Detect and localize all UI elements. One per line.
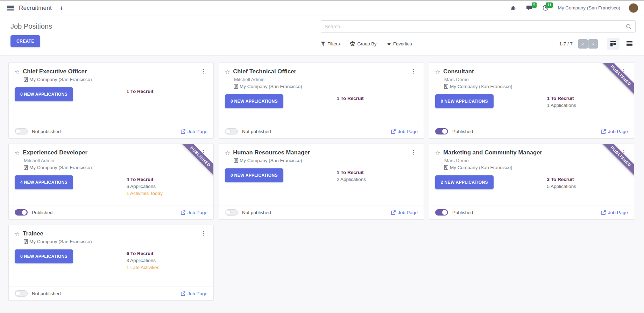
- messages-button[interactable]: 5: [525, 5, 533, 12]
- applications-stat[interactable]: 1 Applications: [547, 102, 576, 109]
- debug-bug-icon[interactable]: [509, 5, 517, 12]
- kanban-view-button[interactable]: [607, 38, 620, 50]
- job-title[interactable]: Trainee: [23, 230, 43, 237]
- to-recruit-stat[interactable]: 3 To Recruit: [547, 176, 576, 183]
- to-recruit-stat[interactable]: 1 To Recruit: [337, 169, 366, 176]
- manager-name: Mitchell Admin: [24, 158, 207, 163]
- search-input[interactable]: [325, 24, 626, 29]
- job-title[interactable]: Chief Technical Officer: [233, 68, 296, 75]
- company-switcher[interactable]: My Company (San Francisco): [558, 5, 620, 10]
- to-recruit-stat[interactable]: 6 To Recruit: [127, 250, 160, 257]
- job-position-card[interactable]: PUBLISHED Consultant Marc Demo My Compan…: [429, 63, 634, 139]
- favorite-star-icon[interactable]: [15, 68, 20, 75]
- new-applications-button[interactable]: 0 NEW APPLICATIONS: [15, 87, 73, 101]
- to-recruit-stat[interactable]: 1 To Recruit: [547, 95, 576, 102]
- filter-funnel-icon: [321, 42, 325, 46]
- manager-name: Marc Demo: [444, 77, 628, 82]
- search-icon[interactable]: [626, 24, 632, 30]
- job-title[interactable]: Chief Executive Officer: [23, 68, 87, 75]
- job-title[interactable]: Consultant: [443, 68, 474, 75]
- control-panel: Job Positions CREATE Filters: [0, 15, 644, 56]
- publish-toggle[interactable]: [15, 128, 28, 134]
- publish-toggle[interactable]: [15, 290, 28, 297]
- activities-stat[interactable]: 1 Activities Today: [127, 190, 163, 197]
- publish-toggle[interactable]: [225, 128, 238, 134]
- applications-stat[interactable]: 3 Applications: [127, 257, 160, 264]
- favorite-star-icon[interactable]: [225, 68, 230, 75]
- apps-menu-icon[interactable]: [7, 6, 14, 10]
- kebab-menu-icon[interactable]: [410, 68, 418, 74]
- group-by-layers-icon: [350, 41, 355, 46]
- publish-status-label: Published: [452, 129, 473, 134]
- job-position-card[interactable]: PUBLISHED Marketing and Community Manage…: [429, 144, 634, 220]
- favorite-star-icon[interactable]: [15, 231, 20, 237]
- kebab-menu-icon[interactable]: [410, 149, 418, 155]
- kebab-menu-icon[interactable]: [620, 149, 628, 155]
- publish-toggle[interactable]: [435, 209, 448, 216]
- publish-status-label: Published: [452, 210, 473, 215]
- favorite-star-icon[interactable]: [15, 150, 20, 156]
- job-page-link[interactable]: Job Page: [181, 291, 207, 296]
- card-stats: 4 To Recruit 6 Applications 1 Activities…: [127, 176, 163, 197]
- create-button[interactable]: CREATE: [10, 35, 40, 47]
- card-stats: 1 To Recruit 2 Applications: [337, 169, 366, 183]
- favorites-button[interactable]: Favorites: [387, 41, 412, 46]
- to-recruit-stat[interactable]: 1 To Recruit: [337, 95, 364, 102]
- new-applications-button[interactable]: 2 NEW APPLICATIONS: [435, 175, 494, 189]
- group-by-button[interactable]: Group By: [350, 41, 376, 46]
- new-applications-button[interactable]: 0 NEW APPLICATIONS: [15, 249, 73, 263]
- job-page-label: Job Page: [398, 210, 418, 215]
- applications-stat[interactable]: 5 Applications: [547, 183, 576, 190]
- new-applications-button[interactable]: 0 NEW APPLICATIONS: [225, 94, 283, 108]
- job-position-card[interactable]: Trainee My Company (San Francisco) 0 NEW…: [8, 225, 214, 301]
- publish-toggle[interactable]: [15, 209, 28, 216]
- kebab-menu-icon[interactable]: [620, 68, 628, 74]
- favorite-star-icon[interactable]: [435, 150, 440, 156]
- company-name: My Company (San Francisco): [450, 165, 512, 170]
- new-applications-button[interactable]: 0 NEW APPLICATIONS: [435, 94, 494, 108]
- kebab-menu-icon[interactable]: [199, 230, 207, 236]
- job-page-link[interactable]: Job Page: [601, 129, 628, 134]
- job-page-link[interactable]: Job Page: [391, 210, 418, 215]
- external-link-icon: [601, 129, 606, 134]
- job-position-card[interactable]: PUBLISHED Experienced Developer Mitchell…: [8, 144, 214, 220]
- job-page-link[interactable]: Job Page: [391, 129, 418, 134]
- favorite-star-icon[interactable]: [225, 150, 230, 156]
- company-name: My Company (San Francisco): [29, 165, 92, 170]
- list-view-button[interactable]: [623, 38, 636, 50]
- search-box[interactable]: [321, 20, 636, 33]
- kebab-menu-icon[interactable]: [199, 68, 207, 74]
- job-page-label: Job Page: [608, 210, 628, 215]
- company-name: My Company (San Francisco): [450, 84, 512, 89]
- job-page-link[interactable]: Job Page: [181, 210, 207, 215]
- to-recruit-stat[interactable]: 4 To Recruit: [127, 176, 163, 183]
- to-recruit-stat[interactable]: 1 To Recruit: [127, 88, 154, 95]
- new-applications-button[interactable]: 0 NEW APPLICATIONS: [225, 168, 283, 182]
- pager-next-button[interactable]: ›: [588, 39, 598, 49]
- publish-toggle[interactable]: [225, 209, 238, 216]
- activities-button[interactable]: 11: [542, 5, 549, 12]
- app-name[interactable]: Recruitment: [19, 5, 52, 12]
- favorite-star-icon[interactable]: [435, 68, 440, 75]
- publish-toggle[interactable]: [435, 128, 448, 134]
- activities-badge: 11: [546, 2, 553, 8]
- job-title[interactable]: Marketing and Community Manager: [443, 149, 542, 156]
- job-title[interactable]: Experienced Developer: [23, 149, 87, 156]
- activities-stat[interactable]: 1 Late Activities: [127, 264, 160, 271]
- job-page-label: Job Page: [187, 291, 207, 296]
- favorites-label: Favorites: [393, 41, 412, 46]
- job-page-link[interactable]: Job Page: [181, 129, 207, 134]
- job-position-card[interactable]: Chief Executive Officer My Company (San …: [8, 63, 214, 139]
- filters-button[interactable]: Filters: [321, 41, 340, 46]
- applications-stat[interactable]: 2 Applications: [337, 176, 366, 183]
- applications-stat[interactable]: 6 Applications: [127, 183, 163, 190]
- job-position-card[interactable]: Chief Technical Officer Mitchell Admin M…: [219, 63, 424, 139]
- job-position-card[interactable]: Human Resources Manager My Company (San …: [219, 144, 424, 220]
- job-title[interactable]: Human Resources Manager: [233, 149, 310, 156]
- user-avatar[interactable]: [629, 3, 638, 13]
- kebab-menu-icon[interactable]: [199, 149, 207, 155]
- pager-prev-button[interactable]: ‹: [578, 39, 588, 49]
- new-applications-button[interactable]: 4 NEW APPLICATIONS: [15, 175, 73, 189]
- new-tab-button[interactable]: +: [59, 5, 63, 11]
- job-page-link[interactable]: Job Page: [601, 210, 628, 215]
